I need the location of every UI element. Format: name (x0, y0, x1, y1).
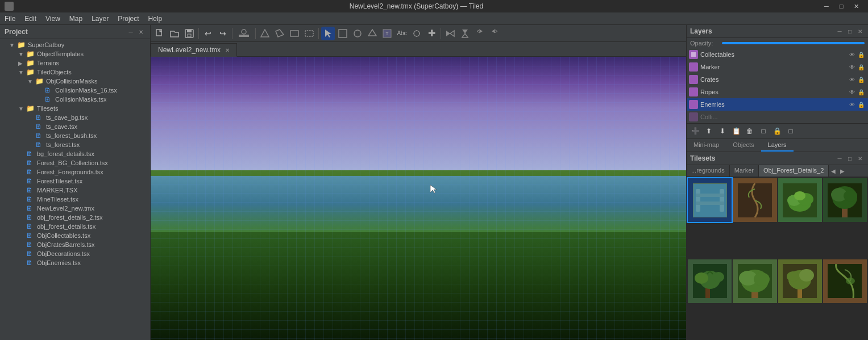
tree-item-objforest[interactable]: 🗎 obj_forest_details.tsx (0, 222, 150, 231)
tab-objects[interactable]: Objects (726, 139, 761, 152)
tilesets-nav-next[interactable]: ▶ (838, 165, 847, 177)
layers-maximize-button[interactable]: □ (845, 27, 854, 36)
layer-eye-button[interactable]: 👁 (848, 75, 857, 84)
layers-close-button[interactable]: ✕ (855, 27, 865, 36)
layer-eye-button[interactable]: 👁 (848, 87, 857, 96)
menu-help[interactable]: Help (144, 12, 167, 25)
project-minimize-button[interactable]: ─ (126, 27, 135, 36)
menu-edit[interactable]: Edit (20, 12, 41, 25)
map-canvas[interactable] (151, 57, 686, 340)
tree-item-tscavebg[interactable]: 🗎 ts_cave_bg.tsx (0, 113, 150, 122)
tree-item-objcratesbarrels[interactable]: 🗎 ObjCratesBarrels.tsx (0, 240, 150, 249)
tileset-cell[interactable] (778, 178, 822, 222)
close-button[interactable]: ✕ (849, 0, 863, 12)
project-close-button[interactable]: ✕ (136, 27, 146, 36)
layer-lock-button[interactable]: 🔒 (857, 50, 866, 59)
layer-eye-button[interactable]: 👁 (848, 50, 857, 59)
opacity-slider[interactable] (722, 42, 865, 44)
tree-item-bgforest[interactable]: 🗎 bg_forest_details.tsx (0, 149, 150, 158)
tree-item-tsforest[interactable]: 🗎 ts_forest.tsx (0, 140, 150, 149)
layer-item-collectables[interactable]: Collectables 👁 🔒 (687, 48, 868, 61)
save-file-button[interactable] (182, 27, 196, 40)
tileset-cell[interactable] (823, 178, 867, 222)
plus-button[interactable]: ✚ (425, 27, 438, 40)
menu-view[interactable]: View (41, 12, 65, 25)
tab-close-button[interactable]: ✕ (225, 47, 230, 53)
fill-tool-button[interactable] (258, 27, 272, 40)
tree-item-objforest2[interactable]: 🗎 obj_forest_details_2.tsx (0, 213, 150, 222)
tree-item-tiledobjects[interactable]: ▼ 📁 TiledObjects (0, 68, 150, 77)
layer-lock2-button[interactable]: 🔒 (771, 125, 783, 137)
add-layer-button[interactable]: ➕ (689, 125, 701, 137)
layer-group-button[interactable]: □ (757, 125, 770, 137)
polygon-button[interactable] (366, 27, 379, 40)
tab-layers[interactable]: Layers (761, 139, 794, 152)
layer-lock-button[interactable]: 🔒 (857, 75, 866, 84)
tree-item-foresttileset[interactable]: 🗎 ForestTileset.tsx (0, 177, 150, 186)
tree-item-objecttemplates[interactable]: ▼ 📁 ObjectTemplates (0, 49, 150, 58)
tileset-tab-foregrounds[interactable]: ...regrounds (687, 165, 730, 177)
tileset-cell[interactable] (778, 259, 822, 303)
menu-layer[interactable]: Layer (87, 12, 113, 25)
tree-item-minetileset[interactable]: 🗎 MineTileset.tsx (0, 195, 150, 204)
open-file-button[interactable] (168, 27, 181, 40)
cursor-tool-button[interactable] (321, 27, 335, 40)
tileset-cell[interactable] (733, 178, 776, 222)
tree-item-collisionmasks[interactable]: 🗎 CollisionMasks.tsx (0, 95, 150, 104)
stamp-tool-button[interactable] (235, 27, 253, 40)
duplicate-layer-button[interactable]: 📋 (730, 125, 742, 137)
tree-item-objcollisionmasks[interactable]: ▼ 📁 ObjCollisionMasks (0, 77, 150, 86)
tilesets-maximize-button[interactable]: □ (845, 154, 854, 163)
layer-item-enemies[interactable]: Enemies 👁 🔒 (687, 98, 868, 111)
tree-item-objcollectables[interactable]: 🗎 ObjCollectables.tsx (0, 231, 150, 240)
tileset-tab-objforest[interactable]: Obj_Forest_Details_2 (759, 165, 829, 177)
magic-button[interactable] (410, 27, 423, 40)
rect-select-button[interactable] (288, 27, 301, 40)
circle-button[interactable] (351, 27, 364, 40)
menu-map[interactable]: Map (65, 12, 87, 25)
select-area-button[interactable] (273, 27, 286, 40)
tree-item-marker[interactable]: 🗎 MARKER.TSX (0, 186, 150, 195)
tree-item-forestfg[interactable]: 🗎 Forest_Foregrounds.tsx (0, 167, 150, 177)
ellipse-select-button[interactable] (302, 27, 316, 40)
redo-button[interactable]: ↪ (216, 27, 230, 40)
tree-item-forestbgcoll[interactable]: 🗎 Forest_BG_Collection.tsx (0, 158, 150, 167)
tilesets-minimize-button[interactable]: ─ (835, 154, 844, 163)
tree-item-tilesets[interactable]: ▼ 📁 Tilesets (0, 104, 150, 113)
menu-project[interactable]: Project (113, 12, 143, 25)
tilesets-nav-prev[interactable]: ◀ (829, 165, 838, 177)
rotate-cw-button[interactable] (473, 27, 487, 40)
delete-layer-button[interactable]: 🗑 (744, 125, 756, 137)
layer-lock-button[interactable]: 🔒 (857, 100, 866, 109)
layer-eye-button[interactable]: 👁 (848, 100, 857, 109)
text-button[interactable]: Abc (395, 27, 409, 40)
layer-lock-button[interactable]: 🔒 (857, 62, 866, 72)
tree-item-tscave[interactable]: 🗎 ts_cave.tsx (0, 122, 150, 131)
tileset-cell[interactable] (823, 259, 867, 303)
tileset-cell[interactable] (733, 259, 776, 303)
move-layer-down-button[interactable]: ⬇ (716, 125, 729, 137)
tree-item-terrains[interactable]: ▶ 📁 Terrains (0, 58, 150, 68)
tilesets-close-button[interactable]: ✕ (855, 154, 865, 163)
new-file-button[interactable] (153, 27, 167, 40)
tab-minimap[interactable]: Mini-map (687, 139, 726, 152)
tileset-cell[interactable] (688, 259, 732, 303)
layer-item-marker[interactable]: Marker 👁 🔒 (687, 61, 868, 73)
maximize-button[interactable]: □ (834, 0, 849, 12)
undo-button[interactable]: ↩ (201, 27, 215, 40)
tileset-tab-marker[interactable]: Marker (730, 165, 759, 177)
tree-item-supercatboy[interactable]: ▼ 📁 SuperCatboy (0, 40, 150, 49)
tile-insert-button[interactable]: T (380, 27, 394, 40)
tree-item-collisionmasks16[interactable]: 🗎 CollisionMasks_16.tsx (0, 86, 150, 95)
move-layer-up-button[interactable]: ⬆ (703, 125, 715, 137)
rotate-ccw-button[interactable] (488, 27, 501, 40)
menu-file[interactable]: File (0, 12, 20, 25)
layers-minimize-button[interactable]: ─ (835, 27, 844, 36)
tree-item-objenemies[interactable]: 🗎 ObjEnemies.tsx (0, 258, 150, 267)
select2-button[interactable] (336, 27, 350, 40)
flip-v-button[interactable] (458, 27, 472, 40)
layer-item-crates[interactable]: Crates 👁 🔒 (687, 73, 868, 86)
layer-eye-button[interactable]: 👁 (848, 62, 857, 72)
tab-newlevel2[interactable]: NewLevel2_new.tmx ✕ (151, 43, 237, 57)
tree-item-newlevel2[interactable]: 🗎 NewLevel2_new.tmx (0, 204, 150, 213)
